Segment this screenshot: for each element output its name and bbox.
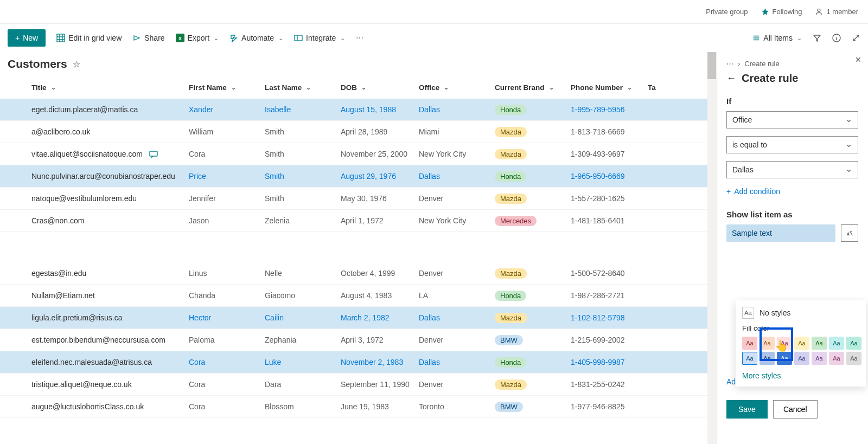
panel-title: ← Create rule	[726, 72, 858, 85]
table-row[interactable]: egestas@in.eduLinusNelleOctober 4, 1999D…	[0, 262, 716, 285]
column-header[interactable]: Last Name⌄	[265, 83, 341, 92]
back-icon[interactable]: ←	[726, 73, 736, 84]
scrollbar-thumb[interactable]	[707, 52, 716, 79]
command-bar: + New Edit in grid view Share x Export ⌄…	[0, 24, 868, 52]
color-swatch[interactable]: Aa	[812, 337, 827, 350]
table-row[interactable]: tristique.aliquet@neque.co.ukCoraDaraSep…	[0, 374, 716, 396]
color-swatch[interactable]: Aa	[829, 352, 844, 365]
brand-pill: Mazda	[495, 379, 527, 390]
table-row[interactable]: vitae.aliquet@sociisnatoque.com CoraSmit…	[0, 143, 716, 165]
show-as-label: Show list item as	[726, 210, 858, 219]
condition-value[interactable]: Dallas	[726, 161, 858, 178]
format-icon	[846, 229, 853, 237]
list-icon	[752, 34, 760, 42]
column-header[interactable]: Ta	[648, 83, 669, 92]
plus-icon: +	[726, 187, 731, 196]
condition-field[interactable]: Office	[726, 111, 858, 128]
chevron-right-icon: ›	[738, 60, 740, 68]
svg-rect-1	[57, 34, 65, 42]
brand-pill: Mazda	[495, 127, 527, 137]
integrate-button[interactable]: Integrate ⌄	[294, 34, 345, 42]
color-swatch[interactable]: Aa	[760, 352, 775, 365]
info-icon[interactable]	[832, 34, 841, 42]
style-edit-button[interactable]	[841, 224, 858, 242]
column-header[interactable]: Current Brand⌄	[495, 83, 571, 92]
new-button[interactable]: + New	[8, 29, 46, 47]
brand-pill: BMW	[495, 335, 523, 345]
more-styles-link[interactable]: More styles	[742, 371, 859, 380]
table-row[interactable]: Nullam@Etiam.netChandaGiacomoAugust 4, 1…	[0, 285, 716, 307]
color-swatch[interactable]: Aa	[829, 337, 844, 350]
table-row[interactable]: eget.dictum.placerat@mattis.caXanderIsab…	[0, 99, 716, 121]
view-selector[interactable]: All Items ⌄	[752, 34, 802, 42]
page-title: Customers ☆	[0, 52, 716, 80]
table-row[interactable]: augue@luctuslobortisClass.co.ukCoraBloss…	[0, 396, 716, 418]
color-swatch[interactable]: Aa	[742, 352, 757, 365]
table-row[interactable]: a@aclibero.co.ukWilliamSmithApril 28, 19…	[0, 121, 716, 143]
brand-pill: Honda	[495, 291, 526, 301]
column-header[interactable]: Title⌄	[31, 83, 189, 92]
chevron-down-icon: ⌄	[278, 35, 283, 42]
table-row[interactable]: natoque@vestibulumlorem.eduJenniferSmith…	[0, 188, 716, 210]
privacy-label: Private group	[706, 8, 748, 16]
save-button[interactable]: Save	[726, 400, 768, 419]
svg-rect-4	[295, 35, 302, 41]
more-commands[interactable]: ⋯	[356, 34, 365, 42]
following-toggle[interactable]: Following	[761, 8, 802, 16]
automate-button[interactable]: Automate ⌄	[229, 34, 283, 42]
condition-operator[interactable]: is equal to	[726, 136, 858, 153]
table-row[interactable]: eleifend.nec.malesuada@atrisus.caCoraLuk…	[0, 351, 716, 374]
column-header[interactable]: Phone Number⌄	[571, 83, 648, 92]
table-row[interactable]: Nunc.pulvinar.arcu@conubianostraper.eduP…	[0, 165, 716, 188]
brand-pill: Mazda	[495, 194, 527, 204]
brand-pill: Mazda	[495, 149, 527, 159]
members-link[interactable]: 1 member	[815, 8, 858, 16]
favorite-icon[interactable]: ☆	[73, 59, 80, 69]
export-button[interactable]: x Export ⌄	[176, 34, 219, 42]
color-swatch[interactable]: Aa	[846, 352, 861, 365]
svg-text:x: x	[178, 35, 182, 41]
color-swatch[interactable]: Aa	[777, 337, 792, 350]
plus-icon: +	[15, 34, 20, 42]
grid-icon	[56, 34, 65, 42]
svg-point-0	[818, 9, 820, 12]
create-rule-panel: ✕ ⋯ › Create rule ← Create rule If Offic…	[716, 52, 868, 444]
table-row[interactable]: Cras@non.comJasonZeleniaApril 1, 1972New…	[0, 210, 716, 232]
integrate-icon	[294, 34, 303, 42]
color-swatch[interactable]: Aa	[794, 352, 809, 365]
color-swatch[interactable]: Aa	[812, 352, 827, 365]
column-header[interactable]: DOB⌄	[341, 83, 419, 92]
style-picker-popover: Aa No styles Fill color AaAaAaAaAaAaAaAa…	[736, 300, 866, 387]
color-swatch[interactable]: Aa	[846, 337, 861, 350]
brand-pill: Honda	[495, 357, 526, 368]
if-label: If	[726, 96, 858, 106]
share-button[interactable]: Share	[132, 34, 164, 42]
expand-icon[interactable]	[852, 34, 860, 42]
filter-icon[interactable]	[813, 34, 821, 42]
close-icon[interactable]: ✕	[855, 55, 861, 64]
cancel-button[interactable]: Cancel	[773, 400, 818, 419]
sample-preview: Sample text	[726, 224, 835, 242]
color-swatch[interactable]: Aa	[760, 337, 775, 350]
edit-grid-button[interactable]: Edit in grid view	[56, 34, 122, 42]
table-row[interactable]: est.tempor.bibendum@neccursusa.comPaloma…	[0, 329, 716, 351]
table-header-row: Title⌄First Name⌄Last Name⌄DOB⌄Office⌄Cu…	[0, 80, 716, 99]
table-row[interactable]: ligula.elit.pretium@risus.caHectorCailin…	[0, 307, 716, 329]
color-swatch[interactable]: Aa	[742, 337, 757, 350]
comment-icon[interactable]	[149, 151, 158, 158]
aa-icon: Aa	[742, 307, 754, 319]
brand-pill: BMW	[495, 402, 523, 412]
column-header[interactable]: Office⌄	[419, 83, 495, 92]
add-condition-button[interactable]: + Add condition	[726, 187, 780, 196]
chevron-down-icon: ⌄	[214, 35, 219, 42]
color-swatch[interactable]: Aa	[777, 352, 792, 365]
brand-pill: Mazda	[495, 313, 527, 323]
excel-icon: x	[176, 34, 184, 42]
no-styles-option[interactable]: Aa No styles	[742, 307, 859, 319]
color-swatch[interactable]: Aa	[794, 337, 809, 350]
chevron-down-icon: ⌄	[797, 35, 802, 42]
scrollbar[interactable]	[707, 52, 716, 444]
column-header[interactable]: First Name⌄	[189, 83, 265, 92]
brand-pill: Honda	[495, 105, 526, 115]
fill-color-label: Fill color	[742, 324, 859, 332]
